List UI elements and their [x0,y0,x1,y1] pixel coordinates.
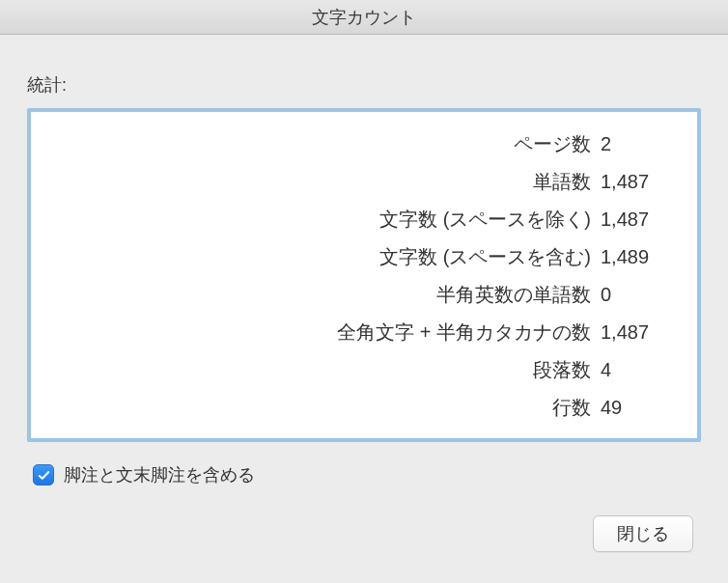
stat-row-paragraphs: 段落数 4 [50,351,678,389]
stat-label: 行数 [50,389,601,427]
stat-row-chars-with-spaces: 文字数 (スペースを含む) 1,489 [50,238,678,276]
stat-label: ページ数 [50,125,601,163]
stat-value: 2 [601,125,678,163]
stat-value: 4 [601,351,678,389]
checkmark-icon [37,468,51,483]
statistics-box: ページ数 2 単語数 1,487 文字数 (スペースを除く) 1,487 文字数… [27,108,701,442]
window-title: 文字カウント [312,6,416,29]
stat-value: 49 [601,389,678,427]
stat-row-chars-no-spaces: 文字数 (スペースを除く) 1,487 [50,201,678,238]
stat-value: 0 [601,276,678,314]
include-footnotes-label: 脚注と文末脚注を含める [64,463,255,486]
stat-label: 半角英数の単語数 [50,276,601,314]
stat-row-ascii-words: 半角英数の単語数 0 [50,276,678,314]
stat-label: 単語数 [50,163,601,201]
stat-label: 段落数 [50,351,601,389]
statistics-label: 統計: [27,73,701,97]
stat-row-words: 単語数 1,487 [50,163,678,201]
stat-row-fullwidth-katakana: 全角文字 + 半角カタカナの数 1,487 [50,314,678,351]
stat-value: 1,489 [601,238,678,276]
stat-value: 1,487 [601,201,678,238]
dialog-content: 統計: ページ数 2 単語数 1,487 文字数 (スペースを除く) 1,487… [0,35,728,571]
stat-value: 1,487 [601,314,678,351]
stat-row-pages: ページ数 2 [50,125,678,163]
stat-label: 全角文字 + 半角カタカナの数 [50,314,601,351]
include-footnotes-checkbox[interactable] [33,464,54,486]
stat-value: 1,487 [601,163,678,201]
stat-label: 文字数 (スペースを含む) [50,238,601,276]
button-row: 閉じる [27,515,701,552]
stat-label: 文字数 (スペースを除く) [50,201,601,238]
close-button[interactable]: 閉じる [593,515,693,552]
stat-row-lines: 行数 49 [50,389,678,427]
include-footnotes-row: 脚注と文末脚注を含める [33,463,701,486]
window-titlebar: 文字カウント [0,0,728,35]
